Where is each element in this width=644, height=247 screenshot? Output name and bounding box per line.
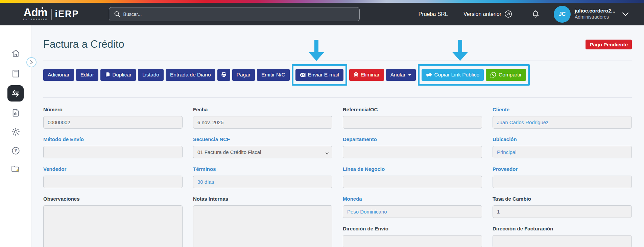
enviar-email-label: Enviar E-mail: [308, 72, 339, 78]
anular-dropdown-button[interactable]: Anular: [386, 69, 416, 81]
listado-button[interactable]: Listado: [138, 69, 164, 81]
form-column-1: Número Método de Envío Vendedor Observac…: [43, 107, 183, 247]
logo-divider: [51, 9, 52, 20]
global-search[interactable]: [109, 7, 360, 21]
numero-field[interactable]: [43, 116, 183, 129]
referencia-oc-field[interactable]: [343, 116, 482, 129]
page-title: Factura a Crédito: [43, 38, 124, 50]
copy-icon: [105, 72, 110, 77]
user-name: julioc.cordero2...: [575, 8, 615, 14]
report-icon: [11, 108, 20, 117]
sidebar-item-settings[interactable]: [11, 127, 20, 136]
form-column-2: Fecha Secuencia NCF 01 Factura de Crédit…: [193, 107, 332, 247]
invoice-toolbar: Adicionar Editar Duplicar Listado Entrad…: [43, 64, 632, 86]
avatar-initials: JC: [559, 11, 566, 17]
sidebar-item-new-module[interactable]: [10, 164, 21, 174]
terminos-field[interactable]: [193, 176, 332, 188]
compartir-label: Compartir: [499, 72, 522, 78]
previous-version-link[interactable]: Versión anterior: [463, 10, 512, 18]
proveedor-label[interactable]: Proveedor: [493, 166, 632, 172]
linea-negocio-label[interactable]: Línea de Negocio: [343, 166, 482, 172]
chevron-right-icon: [30, 60, 33, 65]
form-column-3: Referencia/OC Departamento Línea de Nego…: [343, 107, 482, 247]
entrada-de-diario-button[interactable]: Entrada de Diario: [166, 69, 215, 81]
sidebar-item-home[interactable]: [11, 49, 20, 58]
cliente-field[interactable]: [493, 116, 632, 129]
compartir-button[interactable]: Compartir: [486, 69, 526, 81]
direccion-envio-label: Dirección de Envío: [343, 226, 482, 231]
sidebar-item-ledger[interactable]: [11, 69, 20, 78]
search-icon: [114, 11, 120, 17]
annotation-highlight-share: Copiar Link Público Compartir: [418, 64, 530, 86]
left-sidebar: ?: [0, 25, 31, 247]
metodo-envio-label[interactable]: Método de Envío: [43, 136, 183, 142]
duplicar-button[interactable]: Duplicar: [100, 69, 136, 81]
enviar-email-button[interactable]: Enviar E-mail: [295, 69, 343, 81]
caret-down-icon: [408, 74, 411, 76]
company-selector[interactable]: Prueba SRL: [419, 11, 448, 17]
annotation-arrow-share: [452, 40, 468, 62]
print-button[interactable]: [217, 69, 230, 81]
direccion-envio-field[interactable]: [343, 235, 482, 247]
search-input[interactable]: [123, 12, 355, 17]
editar-label: Editar: [80, 72, 94, 78]
user-menu-chevron-down-icon[interactable]: [622, 12, 629, 16]
avatar[interactable]: JC: [554, 6, 571, 23]
ubicacion-field[interactable]: [493, 146, 632, 158]
megaphone-icon: [426, 72, 432, 77]
main-content: Factura a Crédito Pago Pendiente Adicion…: [31, 25, 644, 247]
copiar-link-publico-button[interactable]: Copiar Link Público: [422, 69, 484, 81]
user-menu[interactable]: julioc.cordero2... Administradores: [575, 8, 615, 20]
sidebar-item-reports[interactable]: [11, 108, 20, 117]
printer-icon: [221, 72, 226, 77]
sidebar-item-transactions[interactable]: [7, 85, 24, 102]
logo-enterprise-text: ENTERPRISE: [23, 18, 48, 21]
divider: [43, 97, 632, 98]
departamento-field[interactable]: [343, 146, 482, 158]
metodo-envio-field[interactable]: [43, 146, 183, 158]
transactions-icon: [10, 88, 21, 98]
vendedor-field[interactable]: [43, 176, 183, 188]
observaciones-label: Observaciones: [43, 196, 183, 202]
pagar-button[interactable]: Pagar: [232, 69, 255, 81]
page-header: Factura a Crédito Pago Pendiente: [43, 38, 632, 51]
ledger-icon: [11, 69, 20, 78]
ubicacion-label[interactable]: Ubicación: [493, 136, 632, 142]
listado-label: Listado: [142, 72, 159, 78]
tasa-cambio-field[interactable]: [493, 205, 632, 218]
proveedor-field[interactable]: [493, 176, 632, 188]
emitir-nc-button[interactable]: Emitir N/C: [257, 69, 290, 81]
secuencia-ncf-label[interactable]: Secuencia NCF: [193, 136, 332, 142]
departamento-label[interactable]: Departamento: [343, 136, 482, 142]
linea-negocio-field[interactable]: [343, 176, 482, 188]
cliente-label[interactable]: Cliente: [493, 107, 632, 112]
moneda-field[interactable]: [343, 205, 482, 218]
app-logo: Adm ENTERPRISE iERP: [23, 7, 79, 21]
observaciones-field[interactable]: [43, 205, 183, 247]
status-badge: Pago Pendiente: [586, 40, 632, 49]
notas-internas-field[interactable]: [193, 205, 332, 247]
referencia-oc-label: Referencia/OC: [343, 107, 482, 112]
fecha-field[interactable]: [193, 116, 332, 129]
entrada-de-diario-label: Entrada de Diario: [170, 72, 211, 78]
sidebar-expand-button[interactable]: [26, 57, 37, 67]
direccion-facturacion-field[interactable]: [493, 235, 632, 247]
eliminar-button[interactable]: Eliminar: [349, 69, 384, 81]
sidebar-item-help[interactable]: ?: [11, 146, 20, 155]
moneda-label[interactable]: Moneda: [343, 196, 482, 202]
notifications-bell-icon[interactable]: [532, 10, 540, 18]
editar-button[interactable]: Editar: [76, 69, 99, 81]
vendedor-label[interactable]: Vendedor: [43, 166, 183, 172]
logo-product-text: iERP: [55, 9, 79, 19]
secuencia-ncf-select[interactable]: 01 Factura de Crédito Fiscal: [193, 146, 332, 158]
emitir-nc-label: Emitir N/C: [261, 72, 285, 78]
adicionar-button[interactable]: Adicionar: [43, 69, 74, 81]
settings-icon: [11, 127, 20, 136]
fecha-label: Fecha: [193, 107, 332, 112]
anular-label: Anular: [390, 72, 406, 78]
top-navbar: Adm ENTERPRISE iERP Prueba SRL Versión a…: [0, 3, 644, 25]
new-module-icon: [10, 164, 21, 174]
terminos-label[interactable]: Términos: [193, 166, 332, 172]
copiar-link-publico-label: Copiar Link Público: [434, 72, 480, 78]
logo-brand-text: Adm: [24, 7, 47, 18]
